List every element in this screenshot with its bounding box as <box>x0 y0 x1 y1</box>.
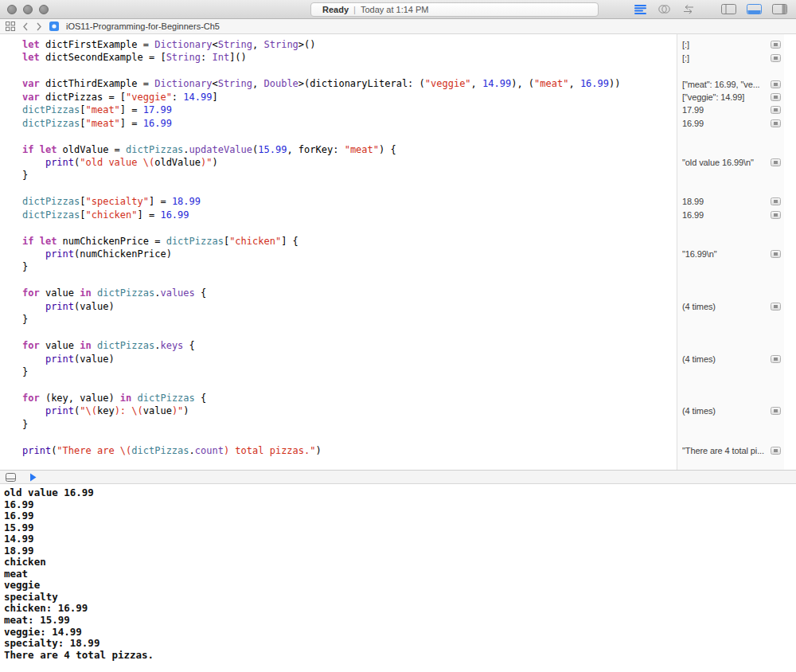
code-line: dictPizzas["meat"] = 16.9916.99 <box>0 117 796 130</box>
inspector-panel-icon <box>772 4 787 14</box>
show-result-button[interactable] <box>771 197 781 205</box>
result-cell <box>677 339 784 352</box>
code-text[interactable] <box>0 378 677 391</box>
go-back-button[interactable] <box>22 22 29 31</box>
toggle-inspector-button[interactable] <box>771 3 788 15</box>
activity-viewer: Ready | Today at 1:14 PM <box>310 2 599 17</box>
result-cell <box>677 169 784 182</box>
code-text[interactable] <box>0 457 677 470</box>
code-text[interactable]: for (key, value) in dictPizzas { <box>0 392 677 404</box>
code-text[interactable]: dictPizzas["meat"] = 16.99 <box>0 117 677 130</box>
jump-bar: iOS11-Programming-for-Beginners-Ch5 <box>0 19 796 34</box>
show-result-button[interactable] <box>771 80 781 88</box>
result-value: ["veggie": 14.99] <box>682 92 784 102</box>
code-text[interactable] <box>0 182 677 195</box>
result-cell <box>677 64 784 77</box>
code-text[interactable]: print("\(key): \(value)") <box>0 404 677 417</box>
code-text[interactable] <box>0 326 677 339</box>
result-cell <box>677 260 784 273</box>
breadcrumb-file-name[interactable]: iOS11-Programming-for-Beginners-Ch5 <box>66 21 220 31</box>
code-line: if let numChickenPrice = dictPizzas["chi… <box>0 235 796 248</box>
code-text[interactable]: var dictThirdExample = Dictionary<String… <box>0 77 677 90</box>
code-text[interactable]: print(value) <box>0 300 677 313</box>
version-editor-button[interactable] <box>681 3 696 15</box>
show-result-button[interactable] <box>771 250 781 258</box>
minimize-window-button[interactable] <box>23 5 33 14</box>
show-result-button[interactable] <box>771 106 781 114</box>
console-output[interactable]: old value 16.9916.9916.9915.9914.9918.99… <box>0 484 796 672</box>
show-result-button[interactable] <box>771 447 781 455</box>
code-text[interactable]: print(value) <box>0 353 677 365</box>
assistant-editor-button[interactable] <box>657 3 672 15</box>
code-text[interactable] <box>0 130 677 143</box>
show-result-button[interactable] <box>771 93 781 101</box>
result-cell: ["veggie": 14.99] <box>677 91 784 104</box>
result-value: "old value 16.99\n" <box>682 158 784 167</box>
go-forward-button[interactable] <box>36 22 42 31</box>
show-result-button[interactable] <box>771 119 781 127</box>
zoom-window-button[interactable] <box>39 5 49 14</box>
code-line: } <box>0 313 796 326</box>
code-text[interactable]: for value in dictPizzas.values { <box>0 287 677 299</box>
code-text[interactable]: } <box>0 260 677 273</box>
code-text[interactable]: print(numChickenPrice) <box>0 248 677 260</box>
related-items-button[interactable] <box>6 21 15 31</box>
code-text[interactable]: let dictSecondExample = [String: Int]() <box>0 51 677 64</box>
toggle-navigator-button[interactable] <box>720 3 737 15</box>
code-line: print("old value \(oldValue)")"old value… <box>0 156 796 169</box>
code-line: print("There are \(dictPizzas.count) tot… <box>0 444 796 457</box>
code-text[interactable]: if let oldValue = dictPizzas.updateValue… <box>0 143 677 156</box>
code-line: if let oldValue = dictPizzas.updateValue… <box>0 143 796 156</box>
code-text[interactable]: } <box>0 418 677 431</box>
code-line: print("\(key): \(value)")(4 times) <box>0 404 796 417</box>
show-result-button[interactable] <box>771 41 781 49</box>
code-text[interactable]: print("old value \(oldValue)") <box>0 156 677 169</box>
code-text[interactable]: print("There are \(dictPizzas.count) tot… <box>0 444 677 457</box>
code-line: var dictPizzas = ["veggie": 14.99]["vegg… <box>0 91 796 104</box>
code-text[interactable] <box>0 274 677 287</box>
code-text[interactable]: } <box>0 313 677 326</box>
show-result-button[interactable] <box>771 211 781 219</box>
result-value: (4 times) <box>682 406 784 416</box>
result-cell <box>677 274 784 287</box>
code-text[interactable]: dictPizzas["meat"] = 17.99 <box>0 104 677 116</box>
code-text[interactable]: dictPizzas["chicken"] = 16.99 <box>0 209 677 221</box>
code-line: } <box>0 418 796 431</box>
code-text[interactable]: let dictFirstExample = Dictionary<String… <box>0 38 677 51</box>
show-result-button[interactable] <box>771 355 781 363</box>
code-line: for value in dictPizzas.values { <box>0 287 796 299</box>
run-playground-button[interactable] <box>29 473 37 482</box>
code-text[interactable]: } <box>0 365 677 378</box>
toggle-debug-area-button[interactable] <box>746 3 763 15</box>
code-text[interactable]: var dictPizzas = ["veggie": 14.99] <box>0 91 677 104</box>
build-status: Ready <box>322 5 349 14</box>
standard-editor-button[interactable] <box>633 3 648 15</box>
code-line: var dictThirdExample = Dictionary<String… <box>0 77 796 90</box>
close-window-button[interactable] <box>7 5 17 14</box>
result-value: [:] <box>682 40 784 49</box>
show-result-button[interactable] <box>771 407 781 415</box>
code-text[interactable]: for value in dictPizzas.keys { <box>0 339 677 352</box>
editor-area[interactable]: let dictFirstExample = Dictionary<String… <box>0 34 796 470</box>
code-text[interactable] <box>0 64 677 77</box>
code-line <box>0 378 796 391</box>
playground-file-icon <box>49 21 59 31</box>
code-line <box>0 326 796 339</box>
result-value: "16.99\n" <box>682 249 784 259</box>
show-result-button[interactable] <box>771 303 781 311</box>
code-text[interactable]: dictPizzas["specialty"] = 18.99 <box>0 195 677 208</box>
result-value: 18.99 <box>682 197 784 206</box>
chevron-right-icon <box>36 22 42 31</box>
hide-debug-area-button[interactable] <box>6 473 16 482</box>
show-result-button[interactable] <box>771 158 781 166</box>
assistant-editor-icon <box>657 4 671 14</box>
show-result-button[interactable] <box>771 54 781 62</box>
code-text[interactable]: if let numChickenPrice = dictPizzas["chi… <box>0 235 677 248</box>
code-line <box>0 64 796 77</box>
result-value: 17.99 <box>682 105 784 115</box>
code-text[interactable]: } <box>0 169 677 182</box>
code-text[interactable] <box>0 431 677 443</box>
result-value: 16.99 <box>682 210 784 220</box>
debug-area-panel-icon <box>747 4 762 14</box>
code-text[interactable] <box>0 221 677 234</box>
